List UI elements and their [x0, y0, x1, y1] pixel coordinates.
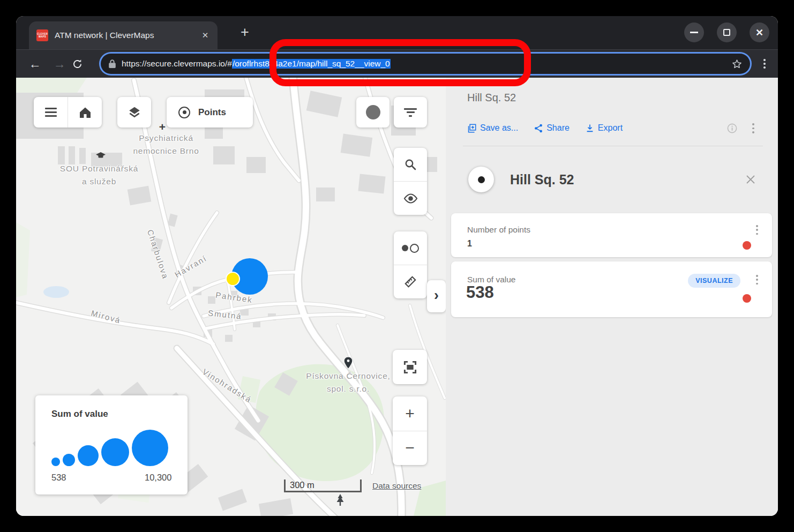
layers-button[interactable] [117, 97, 151, 128]
point-dot-icon [478, 176, 485, 183]
search-visibility-group [394, 148, 427, 215]
panel-divider [463, 146, 763, 146]
compare-measure-group [394, 231, 427, 298]
main-menu-button[interactable] [34, 97, 68, 128]
url-selected-text: /oroflrhst8v4a2e1/map/hill_sq_52__view_0 [232, 59, 391, 69]
url-text[interactable]: https://secure.clevermaps.io/#/oroflrhst… [122, 59, 391, 69]
save-as-label: Save as... [480, 123, 518, 133]
bookmark-star-icon[interactable] [731, 58, 743, 70]
data-sources-link[interactable]: Data sources [372, 481, 421, 491]
tab-close-icon[interactable]: ✕ [200, 31, 210, 40]
poi-label-piskovna-1: Pískovna Černovice, [306, 371, 390, 381]
tab-strip: CLEVER MAPS ATM network | CleverMaps ✕ +… [16, 16, 778, 49]
legend-bubble-scale [51, 430, 168, 466]
search-icon [404, 158, 417, 171]
indicator-status-dot [743, 241, 751, 250]
browser-menu-icon[interactable] [758, 59, 771, 69]
fullscreen-button[interactable] [393, 350, 427, 384]
ruler-icon [403, 275, 417, 289]
tree-icon [337, 494, 344, 506]
home-button[interactable] [68, 97, 102, 128]
panel-top-icons [727, 123, 754, 133]
forward-button[interactable]: → [47, 57, 72, 71]
hospital-cross-icon: + [159, 121, 166, 133]
share-button[interactable]: Share [534, 123, 570, 133]
poi-label-sou-1: SOU Potravinářská [60, 164, 138, 174]
points-button-label: Points [198, 107, 226, 118]
layers-icon [128, 106, 141, 119]
info-icon[interactable] [727, 123, 737, 133]
map-area[interactable]: + Psychiatrická nemocnice Brno SOU Potra… [16, 78, 446, 516]
home-icon [79, 107, 92, 118]
reload-icon [72, 58, 83, 70]
legend-min-value: 538 [51, 473, 66, 483]
panel-actions: Save as... Share Export [467, 123, 623, 133]
browser-toolbar: ← → https://secure.clevermaps.io/#/orofl… [16, 49, 778, 78]
point-style-button[interactable] [356, 97, 389, 128]
close-icon: ✕ [755, 28, 763, 38]
save-as-button[interactable]: Save as... [467, 123, 518, 133]
school-cap-icon [96, 152, 106, 159]
panel-collapse-button[interactable]: › [427, 280, 446, 312]
poi-label-psychiatricka-2: nemocnice Brno [133, 146, 199, 156]
maximize-button[interactable] [717, 23, 737, 42]
poi-label-sou-2: a služeb [82, 177, 116, 186]
measure-button[interactable] [394, 265, 427, 298]
reload-button[interactable] [72, 58, 96, 70]
zoom-control-group: + − [393, 396, 427, 465]
map-scale-label: 300 m [290, 480, 314, 490]
indicator-label: Number of points [467, 225, 530, 235]
panel-menu-icon[interactable] [752, 123, 754, 133]
poi-label-psychiatricka-1: Psychiatrická [139, 133, 193, 143]
two-circles-icon [402, 244, 419, 253]
browser-tab[interactable]: CLEVER MAPS ATM network | CleverMaps ✕ [29, 21, 218, 49]
indicator-menu-icon[interactable] [756, 225, 758, 235]
visualize-button[interactable]: VISUALIZE [688, 274, 740, 288]
indicator-status-dot [743, 294, 751, 303]
minimize-button[interactable] [684, 23, 704, 42]
point-size-button[interactable] [394, 231, 427, 265]
indicator-card-number-of-points[interactable]: Number of points 1 [451, 213, 772, 257]
points-layer-button[interactable]: Points [167, 97, 253, 128]
detail-panel: Hill Sq. 52 Save as... Share Export [446, 78, 778, 516]
export-button[interactable]: Export [586, 123, 623, 133]
zoom-in-button[interactable]: + [393, 396, 427, 431]
indicator-value: 1 [467, 239, 472, 249]
selected-point-marker[interactable] [226, 272, 240, 286]
visibility-button[interactable] [394, 182, 427, 215]
url-bar[interactable]: https://secure.clevermaps.io/#/oroflrhst… [101, 54, 750, 74]
indicator-menu-icon[interactable] [756, 275, 758, 284]
filter-button[interactable] [394, 97, 427, 128]
indicator-card-sum-of-value[interactable]: Sum of value VISUALIZE 538 [451, 261, 772, 317]
legend-max-value: 10,300 [145, 473, 171, 483]
url-prefix: https://secure.clevermaps.io/# [122, 59, 232, 68]
tab-title: ATM network | CleverMaps [55, 31, 190, 40]
zoom-out-button[interactable]: − [393, 431, 427, 466]
hamburger-icon [45, 108, 57, 116]
legend-card: Sum of value 538 10,300 [35, 395, 188, 494]
back-button[interactable]: ← [23, 57, 47, 71]
clevermaps-favicon-icon: CLEVER MAPS [36, 29, 48, 41]
export-icon [586, 124, 594, 133]
minimize-icon [690, 32, 698, 33]
share-icon [534, 124, 543, 133]
fullscreen-icon [403, 360, 417, 374]
eye-icon [403, 193, 418, 204]
filled-circle-icon [366, 105, 380, 119]
share-label: Share [546, 123, 570, 133]
close-button[interactable]: ✕ [750, 23, 769, 42]
window-controls: ✕ [684, 23, 769, 42]
selection-close-icon[interactable] [745, 174, 756, 185]
browser-window: CLEVER MAPS ATM network | CleverMaps ✕ +… [16, 16, 778, 516]
new-tab-button[interactable]: + [237, 25, 253, 41]
maximize-icon [723, 29, 730, 36]
point-layer-icon [178, 107, 190, 118]
view-title: Hill Sq. 52 [467, 92, 516, 104]
poi-pin-icon [344, 357, 353, 369]
legend-title: Sum of value [51, 409, 108, 419]
filter-icon [404, 108, 417, 110]
export-label: Export [598, 123, 623, 133]
padlock-icon [108, 59, 116, 69]
map-search-button[interactable] [394, 148, 427, 181]
favicon-text: MAPS [39, 35, 46, 38]
